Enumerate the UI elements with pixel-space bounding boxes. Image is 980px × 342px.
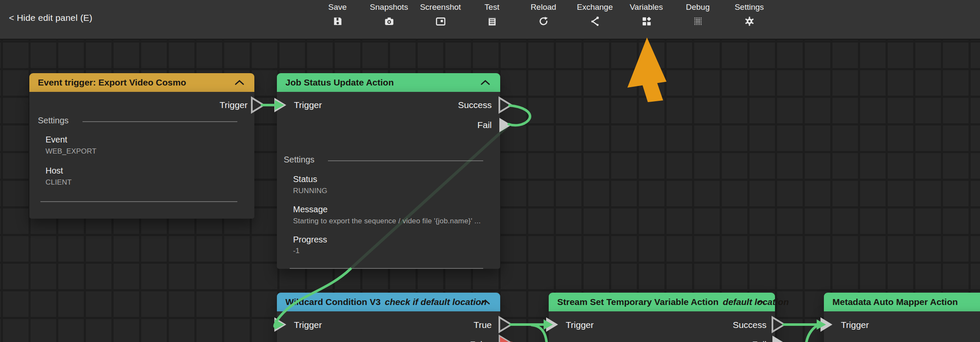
port-label-trigger-in: Trigger xyxy=(294,320,322,330)
chevron-up-icon[interactable] xyxy=(756,299,766,307)
node-title-suffix: default location xyxy=(723,297,789,307)
node-body: Trigger Settings Event WEB_EXPORT Host C… xyxy=(29,92,254,219)
node-wildcard-condition[interactable]: Wildcard Condition V3check if default lo… xyxy=(277,293,500,342)
toolbar-label: Reload xyxy=(530,3,556,12)
debug-dots-icon xyxy=(692,16,704,27)
node-metadata-auto-mapper[interactable]: Metadata Auto Mapper Action Trigger xyxy=(824,293,980,342)
chevron-up-icon[interactable] xyxy=(234,79,245,88)
screenshot-icon xyxy=(435,16,446,27)
app-window: < Hide edit panel (E) Save Snapshots Scr… xyxy=(0,0,980,342)
share-icon xyxy=(590,16,601,27)
node-header[interactable]: Job Status Update Action xyxy=(277,73,500,92)
port-label-trigger-in: Trigger xyxy=(566,320,594,330)
node-body: Trigger Success Fail xyxy=(549,311,775,342)
settings-section-label: Settings xyxy=(284,155,314,165)
toolbar-button-variables[interactable]: Variables xyxy=(621,0,672,39)
node-title-suffix: check if default location xyxy=(385,297,487,307)
field-name: Host xyxy=(46,166,63,176)
toolbar-label: Variables xyxy=(630,3,663,12)
node-event-trigger[interactable]: Event trigger: Export Video Cosmo Trigge… xyxy=(29,73,254,219)
field-value: Starting to export the sequence / video … xyxy=(293,217,481,225)
node-job-status-update[interactable]: Job Status Update Action Trigger Success… xyxy=(277,73,500,269)
field-name: Progress xyxy=(293,235,327,245)
port-label-trigger-out: Trigger xyxy=(219,100,248,110)
port-label-fail-out: Fail xyxy=(477,120,492,130)
field-value: RUNNING xyxy=(293,187,328,195)
toolbar-label: Snapshots xyxy=(370,3,408,12)
divider xyxy=(83,121,237,122)
node-title: Job Status Update Action xyxy=(285,73,394,92)
port-label-trigger-in: Trigger xyxy=(294,100,322,110)
toolbar-button-snapshots[interactable]: Snapshots xyxy=(363,0,415,39)
toolbar-label: Exchange xyxy=(577,3,613,12)
port-label-trigger-in: Trigger xyxy=(841,320,869,330)
field-value: -1 xyxy=(293,247,300,255)
toolbar-button-screenshot[interactable]: Screenshot xyxy=(415,0,466,39)
node-header[interactable]: Metadata Auto Mapper Action xyxy=(824,293,980,311)
node-body: Trigger Success Fail Settings Status RUN… xyxy=(277,92,500,269)
save-icon xyxy=(332,16,343,27)
settings-section-label: Settings xyxy=(38,116,68,125)
divider xyxy=(290,268,483,269)
chevron-up-icon[interactable] xyxy=(480,299,491,307)
field-name: Status xyxy=(293,174,317,184)
node-title: Event trigger: Export Video Cosmo xyxy=(38,73,186,92)
divider xyxy=(328,160,483,161)
node-header[interactable]: Stream Set Temporary Variable Actiondefa… xyxy=(549,293,775,311)
hide-edit-panel-button[interactable]: < Hide edit panel (E) xyxy=(9,13,92,23)
toolbar-label: Save xyxy=(328,3,347,12)
node-title: Stream Set Temporary Variable Actiondefa… xyxy=(557,293,789,311)
port-label-success-out: Success xyxy=(733,320,766,330)
toolbar-label: Screenshot xyxy=(420,3,461,12)
divider xyxy=(40,201,237,202)
node-body: Trigger xyxy=(824,311,980,342)
node-header[interactable]: Event trigger: Export Video Cosmo xyxy=(29,73,254,92)
field-name: Message xyxy=(293,205,328,214)
toolbar: < Hide edit panel (E) Save Snapshots Scr… xyxy=(0,0,980,40)
port-label-false-out: False xyxy=(470,339,492,342)
variables-shapes-icon xyxy=(641,16,652,27)
chevron-up-icon[interactable] xyxy=(480,79,491,88)
toolbar-button-exchange[interactable]: Exchange xyxy=(569,0,621,39)
toolbar-button-debug[interactable]: Debug xyxy=(672,0,724,39)
toolbar-label: Settings xyxy=(735,3,764,12)
node-title: Metadata Auto Mapper Action xyxy=(832,293,958,311)
field-value: CLIENT xyxy=(46,178,72,187)
toolbar-button-save[interactable]: Save xyxy=(312,0,363,39)
toolbar-button-settings[interactable]: Settings xyxy=(724,0,775,39)
port-label-fail-out: Fail xyxy=(752,339,766,342)
reload-icon xyxy=(538,16,549,27)
field-name: Event xyxy=(46,135,67,145)
toolbar-button-test[interactable]: Test xyxy=(466,0,518,39)
camera-icon xyxy=(384,16,395,27)
node-title: Wildcard Condition V3check if default lo… xyxy=(285,293,487,311)
port-label-success-out: Success xyxy=(458,100,492,110)
gear-icon xyxy=(744,16,755,27)
field-value: WEB_EXPORT xyxy=(46,147,97,156)
toolbar-button-reload[interactable]: Reload xyxy=(518,0,569,39)
toolbar-label: Debug xyxy=(686,3,710,12)
port-label-true-out: True xyxy=(474,320,492,330)
toolbar-items: Save Snapshots Screenshot Test xyxy=(312,0,775,39)
node-stream-set-temp-variable[interactable]: Stream Set Temporary Variable Actiondefa… xyxy=(549,293,775,342)
node-body: Trigger True False xyxy=(277,311,500,342)
toolbar-label: Test xyxy=(484,3,499,12)
test-list-icon xyxy=(487,16,498,27)
